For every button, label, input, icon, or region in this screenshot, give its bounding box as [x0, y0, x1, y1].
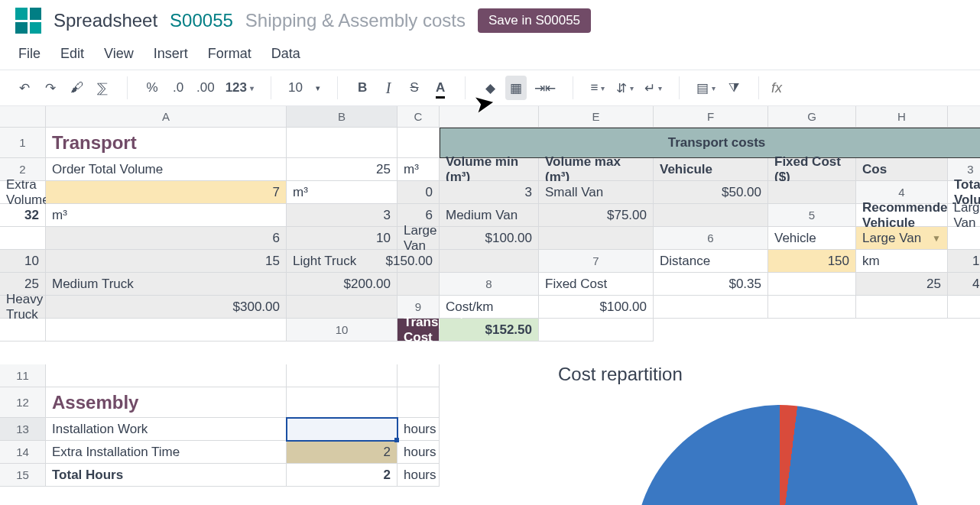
undo-button[interactable]: ↶	[14, 76, 35, 100]
cell[interactable]	[768, 181, 856, 204]
cell[interactable]: m³	[46, 204, 287, 227]
redo-button[interactable]: ↷	[40, 76, 61, 100]
cell[interactable]	[287, 364, 398, 387]
row-header[interactable]: 15	[0, 464, 46, 487]
cell[interactable]	[398, 387, 440, 418]
row-header[interactable]: 10	[287, 319, 398, 342]
cell[interactable]	[539, 227, 654, 250]
number-format-dropdown[interactable]: 123	[222, 76, 257, 100]
row-header[interactable]: 5	[768, 204, 856, 227]
col-header-A[interactable]: A	[46, 106, 287, 128]
cell[interactable]: $300.00	[46, 296, 287, 319]
cell[interactable]	[287, 128, 398, 158]
breadcrumb-doc-id[interactable]: S00055	[170, 10, 233, 31]
cell[interactable]: Medium Truck	[46, 273, 287, 296]
cell[interactable]	[46, 364, 287, 387]
menu-view[interactable]: View	[104, 46, 134, 62]
strike-button[interactable]: S	[404, 76, 425, 100]
cell[interactable]: Recommended Vehicule	[856, 204, 948, 227]
cell[interactable]: 3	[287, 204, 398, 227]
percent-format-button[interactable]: %	[141, 76, 163, 100]
col-header-H[interactable]: H	[856, 106, 948, 128]
cell[interactable]: km	[856, 250, 948, 273]
menu-edit[interactable]: Edit	[60, 46, 84, 62]
cell[interactable]: Extra Installation Time	[46, 441, 287, 464]
cell[interactable]: Transport	[46, 128, 287, 158]
row-header[interactable]: 1	[0, 128, 46, 158]
cell[interactable]: 10	[287, 227, 398, 250]
row-header[interactable]: 12	[0, 387, 46, 418]
cell[interactable]	[398, 273, 440, 296]
cell[interactable]: 150	[768, 250, 856, 273]
cell[interactable]: Fixed Cost	[539, 273, 654, 296]
col-header-F[interactable]: F	[654, 106, 768, 128]
cell[interactable]: Medium Van	[440, 204, 539, 227]
row-header[interactable]: 6	[654, 227, 768, 250]
cell[interactable]: Extra Volume	[0, 181, 46, 204]
cell[interactable]: $100.00	[539, 296, 654, 319]
cell[interactable]	[654, 204, 768, 227]
insert-link-dropdown[interactable]: ▤	[693, 76, 719, 100]
borders-button[interactable]: ▦	[505, 76, 527, 100]
cell[interactable]: $75.00	[539, 204, 654, 227]
cell[interactable]: Volume min (m³)	[440, 158, 539, 181]
row-header[interactable]: 14	[0, 441, 46, 464]
cell[interactable]: 6	[46, 227, 287, 250]
cell[interactable]	[539, 319, 654, 342]
col-header-I[interactable]	[948, 106, 980, 128]
merge-cells-button[interactable]: ⇥⇤	[531, 76, 559, 100]
menu-data[interactable]: Data	[271, 46, 300, 62]
cell[interactable]: $100.00	[440, 227, 539, 250]
cell[interactable]	[398, 128, 440, 158]
menu-file[interactable]: File	[18, 46, 41, 62]
cell[interactable]: Fixed Cost ($)	[768, 158, 856, 181]
cell[interactable]: $152.50	[440, 319, 539, 342]
cell[interactable]: hours	[398, 418, 440, 441]
selected-cell[interactable]	[287, 418, 398, 441]
cell[interactable]: Large Van	[948, 204, 980, 227]
row-header[interactable]: 7	[539, 250, 654, 273]
cell[interactable]	[856, 296, 948, 319]
cell[interactable]	[287, 296, 398, 319]
formula-bar[interactable]	[767, 79, 972, 97]
cell[interactable]: Small Van	[539, 181, 654, 204]
cell[interactable]: 2	[287, 441, 398, 464]
cell[interactable]: 3	[440, 181, 539, 204]
cell[interactable]	[46, 319, 287, 342]
cell[interactable]: $0.35	[654, 273, 768, 296]
cell[interactable]: Transport Cost	[398, 319, 440, 342]
cell[interactable]: $200.00	[287, 273, 398, 296]
cell[interactable]: 40	[948, 273, 980, 296]
cell[interactable]: 15	[46, 250, 287, 273]
font-size-dropdown[interactable]: 10 ▾	[285, 76, 323, 100]
fill-color-button[interactable]: ◆	[479, 76, 501, 100]
cell[interactable]	[398, 364, 440, 387]
cell[interactable]	[654, 296, 768, 319]
cell[interactable]: Volume max (m³)	[539, 158, 654, 181]
cell[interactable]: Assembly	[46, 387, 287, 418]
cell[interactable]: Total Hours	[46, 464, 287, 487]
horizontal-align-dropdown[interactable]: ≡	[587, 76, 608, 100]
cell[interactable]: 7	[46, 181, 287, 204]
wrap-text-dropdown[interactable]: ↵	[641, 76, 665, 100]
cell[interactable]: hours	[398, 464, 440, 487]
text-color-button[interactable]: A	[430, 76, 451, 100]
col-header-E[interactable]: E	[539, 106, 654, 128]
cell[interactable]	[440, 250, 539, 273]
cell[interactable]: $50.00	[654, 181, 768, 204]
italic-button[interactable]: I	[378, 76, 399, 100]
cell[interactable]: 0	[398, 181, 440, 204]
vehicle-dropdown-cell[interactable]: Large Van ▼	[856, 227, 948, 250]
cell[interactable]: 32	[0, 204, 46, 227]
cell[interactable]: Cos	[856, 158, 948, 181]
row-header[interactable]: 11	[0, 364, 46, 387]
decrease-decimal-button[interactable]: .0	[167, 76, 189, 100]
cell[interactable]: hours	[398, 441, 440, 464]
cell[interactable]: Order Total Volume	[46, 158, 287, 181]
cell[interactable]	[768, 296, 856, 319]
cell[interactable]: m³	[398, 158, 440, 181]
cell[interactable]: m³	[287, 181, 398, 204]
select-all-corner[interactable]	[0, 106, 46, 128]
cell[interactable]: 10	[0, 250, 46, 273]
cell[interactable]: 25	[856, 273, 948, 296]
